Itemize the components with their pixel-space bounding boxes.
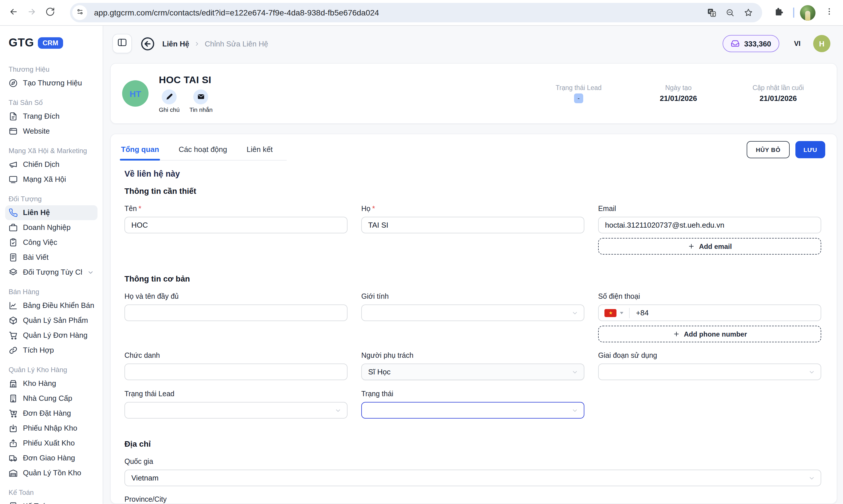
cancel-button[interactable]: HỦY BỎ (747, 141, 790, 158)
sidebar-item[interactable]: Trang Đích (5, 109, 97, 124)
sidebar-item[interactable]: Công Việc (5, 235, 97, 250)
sidebar-item[interactable]: Bảng Điều Khiển Bán H... (5, 298, 97, 313)
full-name-input[interactable] (124, 304, 347, 321)
main-header: Liên Hệ Chỉnh Sửa Liên Hệ 333,360 VI H (103, 26, 843, 61)
sidebar-item-label: Website (23, 127, 50, 136)
browser-back-button[interactable] (4, 3, 22, 22)
chart-icon (8, 301, 18, 310)
monitor-icon (8, 175, 18, 184)
translate-icon[interactable]: G (707, 8, 716, 17)
sidebar-item[interactable]: Website (5, 124, 97, 139)
tune-icon (75, 7, 84, 18)
browser-reload-button[interactable] (41, 3, 59, 22)
sidebar-item[interactable]: Đơn Giao Hàng (5, 451, 97, 466)
sidebar-item[interactable]: Quản Lý Sản Phẩm (5, 313, 97, 328)
sidebar-item[interactable]: Chiến Dịch (5, 157, 97, 172)
zoom-out-icon[interactable] (725, 8, 735, 17)
email-field: Email Add email (598, 205, 821, 255)
tab-links[interactable]: Liên kết (246, 141, 274, 160)
add-email-label: Add email (699, 242, 732, 250)
country-value: Vietnam (131, 474, 159, 482)
lead-status-select[interactable] (124, 402, 347, 418)
sidebar-item[interactable]: Doanh Nghiệp (5, 220, 97, 235)
title-input[interactable] (124, 363, 347, 380)
browser-toolbar: app.gtgcrm.com/crm/contacts/edit?id=e122… (0, 0, 843, 26)
sidebar-item[interactable]: Phiếu Xuất Kho (5, 436, 97, 451)
phone-label: Số điện thoại (598, 292, 640, 301)
status-select[interactable] (361, 402, 585, 418)
full-name-label: Họ và tên đầy đủ (124, 292, 179, 301)
browser-menu-button[interactable] (821, 7, 837, 18)
tab-overview[interactable]: Tổng quan (120, 141, 160, 160)
last-name-input[interactable] (361, 217, 585, 233)
add-phone-button[interactable]: Add phone number (598, 326, 821, 342)
back-nav-button[interactable] (140, 36, 156, 51)
sidebar-item[interactable]: Quản Lý Tồn Kho (5, 466, 97, 481)
language-selector[interactable]: VI (794, 39, 801, 48)
calculator-icon (8, 502, 18, 504)
sidebar-item[interactable]: Kế Toán (5, 499, 97, 504)
message-action-label: Tin nhắn (189, 106, 213, 113)
sidebar-item[interactable]: Quản Lý Đơn Hàng (5, 328, 97, 343)
credits-badge[interactable]: 333,360 (722, 35, 779, 52)
sidebar-item[interactable]: Mạng Xã Hội (5, 172, 97, 187)
stage-select[interactable] (598, 363, 821, 380)
status-select-label: Trạng thái (361, 390, 393, 398)
url-bar[interactable]: app.gtgcrm.com/crm/contacts/edit?id=e122… (70, 3, 762, 22)
browser-forward-button[interactable] (22, 3, 41, 22)
plus-icon (672, 330, 680, 338)
phone-divider (629, 308, 630, 318)
add-email-button[interactable]: Add email (598, 238, 821, 255)
sidebar-item-label: Kế Toán (23, 502, 50, 504)
first-name-input[interactable] (124, 217, 347, 233)
site-settings-button[interactable] (72, 5, 87, 20)
sidebar-item-label: Chiến Dịch (23, 160, 59, 169)
bookmark-star-icon[interactable] (744, 8, 753, 17)
browser-profile-avatar[interactable] (800, 5, 815, 20)
sidebar-item[interactable]: Bài Viết (5, 250, 97, 265)
cart-icon (8, 331, 18, 340)
basic-info-heading: Thông tin cơ bản (124, 274, 821, 283)
main-area: Liên Hệ Chỉnh Sửa Liên Hệ 333,360 VI H H… (103, 26, 843, 504)
logo-badge: CRM (38, 37, 63, 49)
add-phone-label: Add phone number (684, 330, 747, 338)
lead-status-badge: - (574, 93, 583, 103)
owner-select[interactable]: Sĩ Học (361, 363, 585, 380)
sidebar-item-label: Liên Hệ (23, 208, 50, 217)
sidebar-item[interactable]: Tích Hợp (5, 343, 97, 358)
url-text[interactable]: app.gtgcrm.com/crm/contacts/edit?id=e122… (94, 8, 379, 17)
sidebar-section-label: Bán Hàng (5, 283, 97, 298)
sidebar-item[interactable]: Liên Hệ (5, 205, 97, 220)
app-logo[interactable]: GTG CRM (5, 33, 97, 57)
sidebar-item[interactable]: Kho Hàng (5, 376, 97, 391)
message-action-button[interactable]: Tin nhắn (189, 89, 213, 113)
email-input[interactable] (598, 217, 821, 233)
gender-select[interactable] (361, 304, 585, 321)
sidebar-toggle-button[interactable] (112, 34, 132, 53)
sidebar-item-label: Tạo Thương Hiệu (23, 78, 82, 88)
plus-icon (687, 242, 695, 250)
extensions-button[interactable] (769, 3, 787, 22)
sidebar-item[interactable]: Phiếu Nhập Kho (5, 421, 97, 436)
sidebar-item[interactable]: Tạo Thương Hiệu (5, 76, 97, 91)
sidebar-item[interactable]: Đơn Đặt Hàng (5, 406, 97, 421)
phone-input[interactable]: +84 (598, 304, 821, 321)
user-avatar[interactable]: H (813, 35, 830, 52)
country-select[interactable]: Vietnam (124, 470, 821, 486)
dial-code[interactable]: +84 (636, 308, 649, 317)
sidebar-item[interactable]: Nhà Cung Cấp (5, 391, 97, 406)
briefcase-icon (8, 223, 18, 232)
sidebar-section-label: Đối Tượng (5, 191, 97, 205)
megaphone-icon (8, 160, 18, 169)
chevron-down-icon (571, 407, 579, 414)
updated-value: 21/01/2026 (735, 94, 822, 102)
breadcrumb-root[interactable]: Liên Hệ (162, 39, 189, 48)
save-button[interactable]: LƯU (795, 141, 825, 158)
tab-activities[interactable]: Các hoạt động (178, 141, 228, 160)
note-action-button[interactable]: Ghi chú (159, 89, 179, 113)
vietnam-flag-icon[interactable] (605, 309, 616, 317)
sidebar-section-label: Kế Toán (5, 484, 97, 499)
news-icon (8, 253, 18, 262)
gender-field: Giới tính (361, 292, 585, 321)
sidebar-item[interactable]: Đối Tượng Tùy Chỉnh (5, 265, 97, 280)
